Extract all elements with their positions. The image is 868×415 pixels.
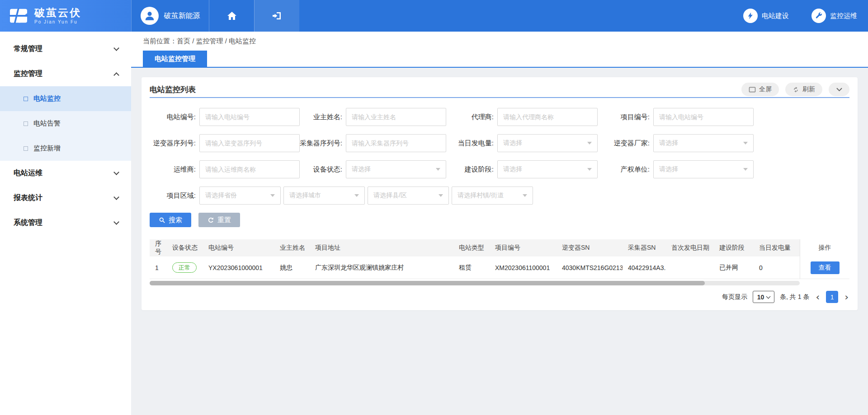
- nav-label: 监控运维: [830, 12, 857, 20]
- field-label: 采集器序列号:: [300, 139, 342, 148]
- search-icon: [159, 217, 165, 224]
- table-row[interactable]: 1 正常 YX2023061000001 姚忠 广东深圳龙华区观澜镇姚家庄村 租…: [150, 256, 849, 279]
- select-placeholder: 请选择县/区: [373, 191, 407, 200]
- agent-input[interactable]: [497, 108, 598, 126]
- card-title: 电站监控列表: [150, 84, 196, 95]
- refresh-button[interactable]: 刷新: [785, 83, 822, 96]
- field-label: 当日发电量:: [446, 139, 494, 148]
- col-index: 序号: [150, 239, 167, 256]
- nav-label: 电站建设: [762, 12, 789, 20]
- select-placeholder: 请选择: [352, 165, 371, 173]
- device-status-select[interactable]: 请选择: [346, 160, 446, 178]
- col-action: 操作: [800, 239, 849, 256]
- fullscreen-button[interactable]: 全屏: [741, 83, 779, 96]
- field-label: 设备状态:: [300, 165, 342, 174]
- nav-station-construction[interactable]: 电站建设: [743, 0, 789, 32]
- chevron-down-icon: [113, 194, 119, 200]
- pagination: 每页显示 10 条, 共 1 条 ‹ 1 ›: [150, 291, 849, 303]
- search-button[interactable]: 搜索: [150, 213, 191, 227]
- collector-sn-input[interactable]: [346, 134, 446, 152]
- select-placeholder: 请选择村镇/街道: [458, 191, 504, 200]
- per-page-label: 每页显示: [722, 293, 747, 301]
- breadcrumb-prefix: 当前位置：: [143, 37, 177, 46]
- select-placeholder: 请选择省份: [205, 191, 237, 200]
- menu-label: 系统管理: [14, 218, 42, 228]
- caret-down-icon: [270, 194, 275, 197]
- cell-first-power-date: [666, 256, 714, 279]
- build-stage-select[interactable]: 请选择: [497, 160, 598, 178]
- status-badge: 正常: [172, 262, 197, 273]
- cell-station-code: YX2023061000001: [203, 256, 274, 279]
- sidebar-item-report-stats[interactable]: 报表统计: [0, 186, 131, 210]
- select-placeholder: 请选择: [503, 165, 522, 173]
- inverter-sn-input[interactable]: [199, 134, 300, 152]
- property-unit-select[interactable]: 请选择: [653, 160, 754, 178]
- select-placeholder: 请选择: [659, 165, 678, 173]
- reset-label: 重置: [217, 216, 231, 224]
- caret-down-icon: [766, 294, 771, 298]
- chevron-up-icon: [113, 72, 119, 78]
- total-count-label: 条, 共 1 条: [780, 293, 809, 301]
- menu-label: 监控管理: [14, 69, 42, 79]
- cell-daily-power: 0: [754, 256, 800, 279]
- col-inverter-sn: 逆变器SN: [557, 239, 623, 256]
- province-select[interactable]: 请选择省份: [199, 187, 281, 205]
- logout-button[interactable]: [254, 0, 299, 32]
- next-page-button[interactable]: ›: [844, 292, 849, 302]
- reset-button[interactable]: 重置: [198, 213, 240, 227]
- lightning-icon: [743, 9, 758, 23]
- horizontal-scrollbar[interactable]: [150, 281, 800, 285]
- card-toolbar: 全屏 刷新: [741, 83, 849, 96]
- sidebar-item-system-mgmt[interactable]: 系统管理: [0, 210, 131, 235]
- logo-icon: [8, 7, 29, 24]
- breadcrumb-path[interactable]: 首页 / 监控管理 / 电站监控: [177, 37, 256, 46]
- app-logo[interactable]: 破茧云伏 Po Jian Yun Fu: [0, 0, 131, 32]
- col-stage: 建设阶段: [714, 239, 754, 256]
- caret-down-icon: [743, 168, 748, 171]
- sidebar-item-monitor-add[interactable]: 监控新增: [0, 136, 131, 161]
- col-daily-power: 当日发电量: [754, 239, 800, 256]
- sidebar-item-station-monitor[interactable]: 电站监控: [0, 86, 131, 111]
- station-table: 序号 设备状态 电站编号 业主姓名 项目地址 电站类型 项目编号 逆变器SN 采…: [150, 239, 849, 279]
- ops-vendor-input[interactable]: [199, 160, 300, 178]
- town-select[interactable]: 请选择村镇/街道: [452, 187, 533, 205]
- field-label: 产权单位:: [598, 165, 650, 174]
- daily-power-select[interactable]: 请选择: [497, 134, 598, 152]
- county-select[interactable]: 请选择县/区: [368, 187, 449, 205]
- per-page-select[interactable]: 10: [753, 291, 774, 303]
- sidebar-item-monitor-mgmt[interactable]: 监控管理: [0, 61, 131, 86]
- reset-icon: [208, 217, 214, 224]
- station-code-input[interactable]: [199, 108, 300, 126]
- field-label: 逆变器厂家:: [598, 139, 650, 148]
- caret-down-icon: [436, 168, 440, 171]
- owner-name-input[interactable]: [346, 108, 446, 126]
- user-menu[interactable]: 破茧新能源: [131, 0, 209, 32]
- tab-station-monitor-mgmt[interactable]: 电站监控管理: [143, 51, 207, 67]
- city-select[interactable]: 请选择城市: [283, 187, 365, 205]
- prev-page-button[interactable]: ‹: [815, 292, 821, 302]
- scrollbar-thumb[interactable]: [150, 281, 705, 285]
- page-1-button[interactable]: 1: [826, 291, 838, 303]
- filter-form: 电站编号: 业主姓名: 代理商: 项目编号: 逆变器序列号: 采集器序列号:: [150, 98, 849, 227]
- sidebar-item-station-alarm[interactable]: 电站告警: [0, 111, 131, 136]
- square-bullet-icon: [24, 121, 28, 126]
- col-owner-name: 业主姓名: [274, 239, 310, 256]
- collapse-button[interactable]: [829, 83, 849, 96]
- field-label: 项目区域:: [150, 191, 196, 200]
- inverter-vendor-select[interactable]: 请选择: [653, 134, 754, 152]
- cell-action: 查看: [800, 256, 849, 279]
- chevron-down-icon: [113, 45, 119, 51]
- chevron-down-icon: [113, 219, 119, 225]
- project-code-input[interactable]: [653, 108, 754, 126]
- cell-index: 1: [150, 256, 167, 279]
- sidebar-item-station-ops[interactable]: 电站运维: [0, 161, 131, 186]
- field-label: 运维商:: [150, 165, 196, 174]
- nav-monitoring-ops[interactable]: 监控运维: [811, 0, 857, 32]
- home-button[interactable]: [209, 0, 254, 32]
- col-address: 项目地址: [310, 239, 453, 256]
- sidebar-item-general-mgmt[interactable]: 常规管理: [0, 37, 131, 61]
- col-collector-sn: 采集器SN: [623, 239, 666, 256]
- col-project-code: 项目编号: [490, 239, 557, 256]
- per-page-value: 10: [757, 294, 764, 301]
- view-button[interactable]: 查看: [811, 261, 840, 274]
